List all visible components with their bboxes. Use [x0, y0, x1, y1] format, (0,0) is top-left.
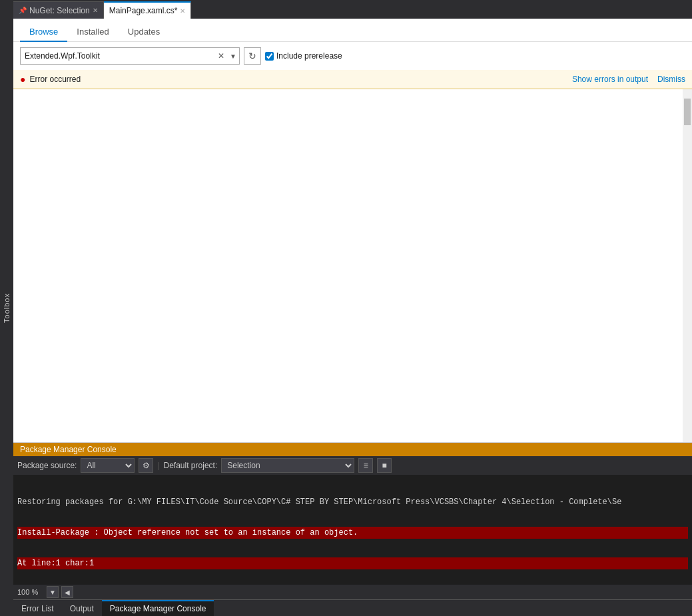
console-header: Package Manager Console	[13, 443, 692, 456]
bottom-tab-error-list[interactable]: Error List	[13, 600, 62, 616]
nuget-content-row	[13, 89, 692, 442]
prerelease-text: Include prerelease	[276, 51, 342, 61]
zoom-display: 100 %	[17, 588, 44, 596]
bottom-tab-package-manager-console[interactable]: Package Manager Console	[102, 600, 214, 616]
source-label: Package source:	[17, 461, 77, 470]
tab-browse[interactable]: Browse	[20, 23, 67, 42]
stop-button[interactable]: ■	[377, 458, 392, 473]
console-line-3: At line:1 char:1	[17, 557, 688, 569]
error-icon: ●	[20, 74, 25, 85]
tab-updates[interactable]: Updates	[119, 23, 169, 42]
source-dropdown[interactable]: All nuget.org	[81, 458, 135, 473]
settings-icon: ⚙	[143, 461, 150, 470]
zoom-dropdown-button[interactable]: ▼	[47, 586, 59, 598]
dismiss-link[interactable]: Dismiss	[657, 75, 685, 84]
error-message: Error occurred	[29, 75, 567, 84]
search-input-wrapper[interactable]: ✕ ▼	[20, 47, 240, 65]
toolbox-sidebar: Toolbox	[0, 0, 13, 616]
nuget-tabs: Browse Installed Updates	[13, 19, 692, 42]
tab-mainpage-label: MainPage.xaml.cs*	[109, 6, 178, 15]
bottom-panel: Package Manager Console Package source: …	[13, 443, 692, 616]
search-input[interactable]	[21, 51, 215, 61]
stop-icon: ■	[382, 461, 387, 470]
nuget-panel: Browse Installed Updates ✕ ▼ ↻ Include p…	[13, 19, 692, 443]
tab-nuget-pin-icon: 📌	[19, 7, 27, 14]
tab-nuget-close-icon[interactable]: ✕	[93, 7, 98, 14]
console-line-1: Restoring packages for G:\MY FILES\IT\Co…	[17, 496, 688, 508]
tab-mainpage[interactable]: MainPage.xaml.cs* ✕	[104, 1, 192, 19]
bottom-tab-pmc-label: Package Manager Console	[110, 604, 206, 613]
console-zoom-bar: 100 % ▼ ◀	[13, 585, 692, 599]
toolbar-separator: |	[157, 461, 159, 470]
search-bar: ✕ ▼ ↻ Include prerelease	[13, 42, 692, 70]
refresh-button[interactable]: ↻	[244, 47, 261, 65]
console-header-title: Package Manager Console	[20, 445, 117, 454]
show-errors-link[interactable]: Show errors in output	[572, 75, 648, 84]
main-area: 📌 NuGet: Selection ✕ MainPage.xaml.cs* ✕…	[13, 0, 692, 616]
tab-nuget[interactable]: 📌 NuGet: Selection ✕	[13, 1, 104, 19]
default-project-label: Default project:	[164, 461, 218, 470]
nuget-scrollbar-thumb	[684, 99, 691, 125]
console-output: Restoring packages for G:\MY FILES\IT\Co…	[13, 475, 692, 585]
bottom-tab-output[interactable]: Output	[62, 600, 102, 616]
console-toolbar: Package source: All nuget.org ⚙ | Defaul…	[13, 456, 692, 475]
package-list-area	[13, 89, 683, 442]
bottom-tab-output-label: Output	[70, 604, 94, 613]
tab-nuget-label: NuGet: Selection	[29, 6, 90, 15]
toolbox-label: Toolbox	[3, 293, 11, 323]
tab-bar: 📌 NuGet: Selection ✕ MainPage.xaml.cs* ✕	[13, 0, 692, 19]
search-dropdown-button[interactable]: ▼	[227, 53, 239, 60]
clear-icon: ≡	[364, 461, 368, 470]
scroll-left-button[interactable]: ◀	[61, 586, 73, 598]
prerelease-label[interactable]: Include prerelease	[265, 51, 342, 61]
clear-button[interactable]: ≡	[358, 458, 373, 473]
nuget-scrollbar[interactable]	[683, 89, 692, 442]
prerelease-checkbox[interactable]	[265, 52, 274, 61]
tab-mainpage-close-icon[interactable]: ✕	[180, 7, 185, 15]
tab-installed[interactable]: Installed	[67, 23, 118, 42]
error-banner: ● Error occurred Show errors in output D…	[13, 70, 692, 89]
project-dropdown[interactable]: Selection	[221, 458, 354, 473]
bottom-tab-error-list-label: Error List	[21, 604, 54, 613]
search-clear-button[interactable]: ✕	[215, 51, 227, 61]
bottom-tab-bar: Error List Output Package Manager Consol…	[13, 599, 692, 616]
console-line-2: Install-Package : Object reference not s…	[17, 527, 688, 539]
settings-button[interactable]: ⚙	[139, 458, 153, 473]
